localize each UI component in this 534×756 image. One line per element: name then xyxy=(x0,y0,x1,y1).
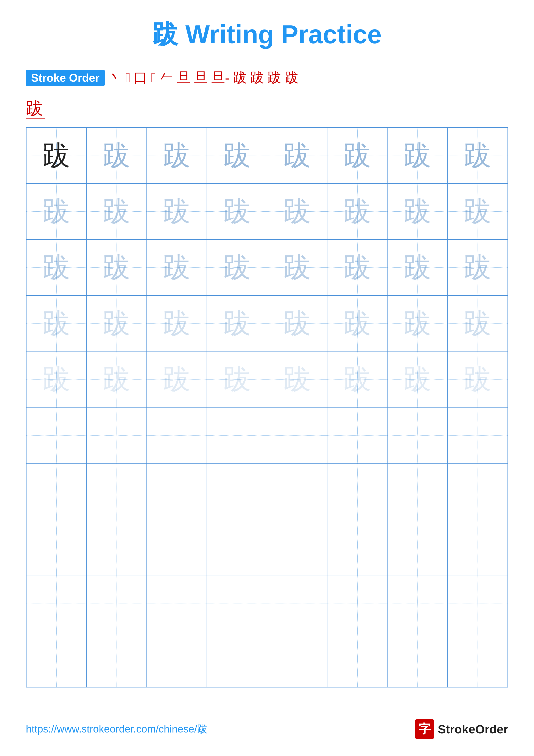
grid-cell[interactable] xyxy=(267,575,327,631)
grid-cell[interactable]: 跋 xyxy=(207,295,267,351)
grid-cell[interactable] xyxy=(207,575,267,631)
grid-cell[interactable]: 跋 xyxy=(147,351,207,407)
grid-cell[interactable]: 跋 xyxy=(267,351,327,407)
grid-cell[interactable]: 跋 xyxy=(447,239,508,295)
char-display: 跋 xyxy=(343,310,371,338)
grid-cell[interactable] xyxy=(207,631,267,687)
char-display: 跋 xyxy=(42,310,70,338)
grid-cell[interactable] xyxy=(267,519,327,575)
grid-cell[interactable] xyxy=(87,631,146,687)
grid-cell[interactable] xyxy=(447,631,508,687)
grid-cell[interactable]: 跋 xyxy=(447,351,508,407)
grid-cell[interactable] xyxy=(207,407,267,463)
grid-cell[interactable]: 跋 xyxy=(267,127,327,184)
grid-cell[interactable]: 跋 xyxy=(387,239,447,295)
grid-cell[interactable]: 跋 xyxy=(327,184,387,240)
grid-cell[interactable]: 跋 xyxy=(26,239,87,295)
grid-cell[interactable] xyxy=(147,631,207,687)
grid-cell[interactable]: 跋 xyxy=(207,351,267,407)
grid-cell[interactable]: 跋 xyxy=(447,127,508,184)
page-title: 跋 Writing Practice xyxy=(26,17,508,52)
grid-cell[interactable]: 跋 xyxy=(327,239,387,295)
grid-cell[interactable] xyxy=(147,519,207,575)
grid-cell[interactable]: 跋 xyxy=(327,127,387,184)
grid-cell[interactable] xyxy=(267,631,327,687)
char-display: 跋 xyxy=(42,142,70,170)
grid-cell[interactable]: 跋 xyxy=(87,184,146,240)
grid-cell[interactable] xyxy=(327,631,387,687)
grid-cell[interactable]: 跋 xyxy=(267,295,327,351)
grid-cell[interactable] xyxy=(26,407,87,463)
grid-cell[interactable] xyxy=(327,463,387,519)
grid-cell[interactable] xyxy=(147,407,207,463)
stroke-6: 旦 xyxy=(176,71,192,85)
grid-cell[interactable]: 跋 xyxy=(447,184,508,240)
grid-cell[interactable] xyxy=(447,575,508,631)
footer-url[interactable]: https://www.strokeorder.com/chinese/跋 xyxy=(26,722,207,736)
grid-cell[interactable]: 跋 xyxy=(87,351,146,407)
grid-cell[interactable]: 跋 xyxy=(26,351,87,407)
grid-cell[interactable] xyxy=(147,575,207,631)
grid-cell[interactable]: 跋 xyxy=(26,127,87,184)
grid-cell[interactable]: 跋 xyxy=(26,295,87,351)
footer-logo: 字 StrokeOrder xyxy=(415,719,508,739)
grid-cell[interactable] xyxy=(207,463,267,519)
grid-cell[interactable] xyxy=(147,463,207,519)
grid-cell[interactable] xyxy=(87,463,146,519)
char-display: 跋 xyxy=(464,198,492,226)
char-display: 跋 xyxy=(42,198,70,226)
grid-cell[interactable]: 跋 xyxy=(267,239,327,295)
grid-cell[interactable] xyxy=(26,631,87,687)
grid-cell[interactable]: 跋 xyxy=(387,351,447,407)
grid-cell[interactable] xyxy=(87,575,146,631)
grid-cell[interactable] xyxy=(387,631,447,687)
grid-cell[interactable]: 跋 xyxy=(207,184,267,240)
char-display: 跋 xyxy=(283,310,311,338)
char-display: 跋 xyxy=(103,365,131,393)
grid-cell[interactable] xyxy=(387,407,447,463)
grid-cell[interactable] xyxy=(87,519,146,575)
grid-cell[interactable]: 跋 xyxy=(207,239,267,295)
stroke-3: 口 xyxy=(133,71,149,85)
grid-cell[interactable]: 跋 xyxy=(327,295,387,351)
grid-cell[interactable]: 跋 xyxy=(147,295,207,351)
grid-cell[interactable]: 跋 xyxy=(147,184,207,240)
grid-cell[interactable]: 跋 xyxy=(87,239,146,295)
grid-cell[interactable] xyxy=(267,463,327,519)
grid-cell[interactable]: 跋 xyxy=(207,127,267,184)
grid-cell[interactable]: 跋 xyxy=(267,184,327,240)
grid-cell[interactable]: 跋 xyxy=(327,351,387,407)
grid-cell[interactable]: 跋 xyxy=(87,127,146,184)
grid-cell[interactable]: 跋 xyxy=(387,127,447,184)
grid-cell[interactable] xyxy=(26,575,87,631)
stroke-9: 跋 xyxy=(232,71,248,85)
grid-cell[interactable]: 跋 xyxy=(147,127,207,184)
grid-cell[interactable]: 跋 xyxy=(26,184,87,240)
stroke-final-line: 跋 xyxy=(26,99,508,119)
grid-cell[interactable] xyxy=(387,519,447,575)
stroke-4: 𠃊 xyxy=(150,71,157,85)
grid-cell[interactable] xyxy=(26,519,87,575)
grid-cell[interactable] xyxy=(447,463,508,519)
grid-cell[interactable] xyxy=(387,575,447,631)
grid-cell[interactable]: 跋 xyxy=(87,295,146,351)
grid-cell[interactable] xyxy=(327,575,387,631)
grid-cell[interactable]: 跋 xyxy=(147,239,207,295)
grid-cell[interactable]: 跋 xyxy=(447,295,508,351)
char-display: 跋 xyxy=(103,198,131,226)
grid-cell[interactable] xyxy=(327,407,387,463)
grid-cell[interactable] xyxy=(267,407,327,463)
page: 跋 Writing Practice Stroke Order 丶 𠃍 口 𠃊 … xyxy=(0,0,534,756)
grid-cell[interactable] xyxy=(447,519,508,575)
grid-cell[interactable] xyxy=(87,407,146,463)
grid-cell[interactable] xyxy=(447,407,508,463)
grid-cell[interactable] xyxy=(327,519,387,575)
grid-cell[interactable] xyxy=(207,519,267,575)
char-display: 跋 xyxy=(42,254,70,282)
char-display: 跋 xyxy=(163,310,191,338)
grid-cell[interactable] xyxy=(26,463,87,519)
grid-cell[interactable]: 跋 xyxy=(387,184,447,240)
grid-cell[interactable] xyxy=(387,463,447,519)
grid-cell[interactable]: 跋 xyxy=(387,295,447,351)
stroke-11: 跋 xyxy=(266,71,283,85)
